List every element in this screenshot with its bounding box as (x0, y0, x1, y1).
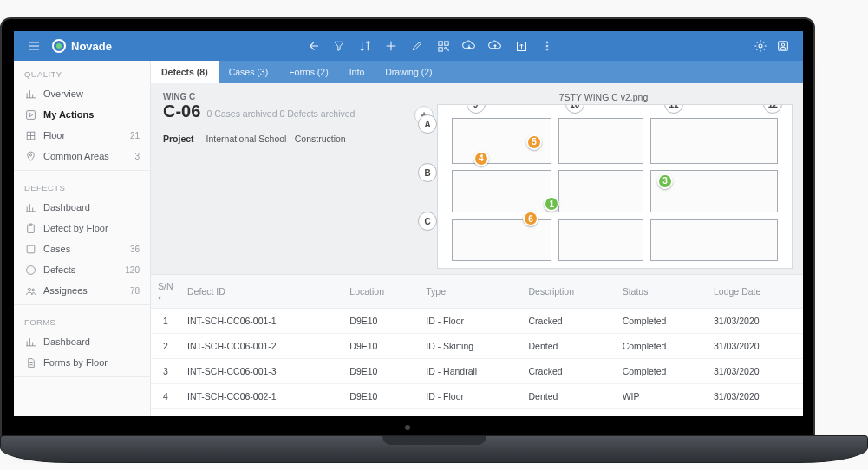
project-label: Project (163, 134, 194, 144)
grid-row-A: A (418, 114, 437, 134)
defects-table-wrap: S/NDefect IDLocationTypeDescriptionStatu… (151, 274, 803, 416)
col-status[interactable]: Status (616, 275, 707, 309)
table-cell: Cracked (521, 309, 615, 334)
brand-name: Novade (71, 40, 112, 53)
svg-point-5 (547, 45, 549, 47)
table-cell: Completed (616, 359, 707, 384)
sidebar-item-label: Dashboard (43, 336, 90, 347)
chart-icon (24, 336, 36, 348)
archived-summary: 0 Cases archived 0 Defects archived (206, 108, 355, 119)
sidebar-item-my-actions[interactable]: My Actions (14, 104, 150, 125)
sort-icon[interactable] (354, 39, 376, 53)
defect-pin-1[interactable]: 1 (544, 196, 559, 212)
table-row[interactable]: 1INT-SCH-CC06-001-1D9E10ID - FloorCracke… (151, 309, 803, 334)
sidebar-item-forms-by-floor[interactable]: Forms by Floor (14, 352, 150, 373)
table-cell: Completed (616, 309, 707, 334)
sidebar-item-label: Defect by Floor (43, 223, 108, 233)
tab-drawing-2-[interactable]: Drawing (2) (375, 61, 442, 83)
svg-rect-1 (445, 41, 448, 44)
defect-pin-5[interactable]: 5 (526, 134, 542, 150)
col-lodge-date[interactable]: Lodge Date (707, 275, 803, 309)
sidebar-item-cases[interactable]: Cases36 (14, 238, 150, 259)
sidebar-item-dashboard[interactable]: Dashboard (14, 331, 150, 352)
sidebar-item-overview[interactable]: Overview (14, 83, 150, 104)
tab-info[interactable]: Info (339, 61, 375, 83)
table-cell: 1 (151, 309, 180, 334)
chart-icon (24, 201, 36, 213)
laptop-base (0, 435, 868, 463)
tab-bar: Defects (8)Cases (3)Forms (2)InfoDrawing… (151, 61, 803, 83)
users-icon (24, 284, 36, 297)
col-s-n[interactable]: S/N (151, 275, 180, 309)
sidebar-item-label: Dashboard (43, 202, 90, 212)
tab-cases-3-[interactable]: Cases (3) (219, 61, 279, 83)
account-icon[interactable] (772, 39, 794, 53)
pin-icon (24, 150, 36, 162)
svg-point-12 (29, 153, 31, 155)
table-row[interactable]: 3INT-SCH-CC06-001-3D9E10ID - HandrailCra… (151, 359, 803, 384)
table-cell: 31/03/2020 (707, 334, 803, 359)
sidebar: QUALITYOverviewMy ActionsFloor21Common A… (14, 61, 151, 416)
sidebar-item-defect-by-floor[interactable]: Defect by Floor (14, 218, 150, 238)
edit-icon[interactable] (406, 40, 428, 52)
table-cell: Cracked (521, 359, 615, 384)
table-cell: D9E10 (343, 309, 419, 334)
brand: Novade (52, 39, 112, 53)
sidebar-section-title: QUALITY (14, 61, 150, 83)
table-cell: 31/03/2020 (707, 384, 803, 409)
project-value: International School - Construction (206, 134, 346, 144)
defect-pin-6[interactable]: 6 (523, 211, 538, 226)
sidebar-item-defects[interactable]: Defects120 (14, 259, 150, 280)
defect-pin-4[interactable]: 4 (473, 151, 489, 166)
col-defect-id[interactable]: Defect ID (180, 275, 343, 309)
defect-pin-3[interactable]: 3 (657, 173, 673, 189)
sidebar-item-dashboard[interactable]: Dashboard (14, 197, 150, 218)
sidebar-item-common-areas[interactable]: Common Areas3 (14, 146, 150, 166)
grid-row-C: C (418, 212, 437, 231)
col-location[interactable]: Location (343, 275, 419, 309)
floorplan-canvas[interactable]: 910111254316 (437, 104, 793, 269)
sidebar-item-label: Overview (43, 88, 83, 99)
col-description[interactable]: Description (521, 275, 615, 309)
chart-icon (24, 88, 36, 100)
table-cell: WIP (616, 384, 707, 409)
table-cell: Dented (521, 384, 615, 409)
add-icon[interactable] (380, 39, 402, 53)
table-row[interactable]: 4INT-SCH-CC06-002-1D9E10ID - FloorDented… (151, 384, 803, 409)
svg-point-4 (547, 42, 549, 43)
table-cell: ID - Floor (419, 384, 521, 409)
sidebar-item-floor[interactable]: Floor21 (14, 125, 150, 146)
grid-col-12: 12 (763, 104, 782, 114)
sidebar-item-count: 120 (125, 265, 140, 275)
col-type[interactable]: Type (419, 275, 521, 309)
floorplan-title: 7STY WING C v2.png (414, 92, 793, 102)
app-bar: Novade (14, 31, 803, 61)
sidebar-item-label: Defects (43, 264, 75, 275)
tab-forms-2-[interactable]: Forms (2) (278, 61, 339, 83)
tab-defects-8-[interactable]: Defects (8) (151, 61, 219, 83)
more-icon[interactable] (536, 40, 558, 52)
settings-icon[interactable] (749, 39, 772, 53)
play-icon (24, 108, 36, 121)
case-summary: WING C C-06 0 Cases archived 0 Defects a… (163, 92, 406, 269)
content-area: WING C C-06 0 Cases archived 0 Defects a… (151, 83, 803, 274)
grid-row-B: B (418, 163, 437, 182)
menu-icon[interactable] (23, 39, 45, 53)
sidebar-item-label: Cases (43, 244, 70, 254)
table-cell: INT-SCH-CC06-001-2 (180, 334, 343, 359)
sidebar-item-assignees[interactable]: Assignees78 (14, 280, 150, 301)
floor-icon (24, 129, 36, 141)
svg-point-9 (781, 43, 784, 46)
table-row[interactable]: 2INT-SCH-CC06-001-2D9E10ID - SkirtingDen… (151, 334, 803, 359)
cloud-upload-icon[interactable] (484, 39, 506, 53)
cloud-download-icon[interactable] (458, 39, 480, 53)
grid-col-11: 11 (664, 104, 683, 114)
table-cell: INT-SCH-CC06-001-1 (180, 309, 343, 334)
export-icon[interactable] (510, 40, 532, 53)
filter-icon[interactable] (328, 40, 350, 52)
table-cell: INT-SCH-CC06-002-1 (180, 384, 343, 409)
sidebar-section-title: FORMS (14, 309, 150, 331)
doc-icon (24, 356, 36, 369)
qr-icon[interactable] (432, 40, 454, 53)
back-icon[interactable] (302, 39, 324, 53)
